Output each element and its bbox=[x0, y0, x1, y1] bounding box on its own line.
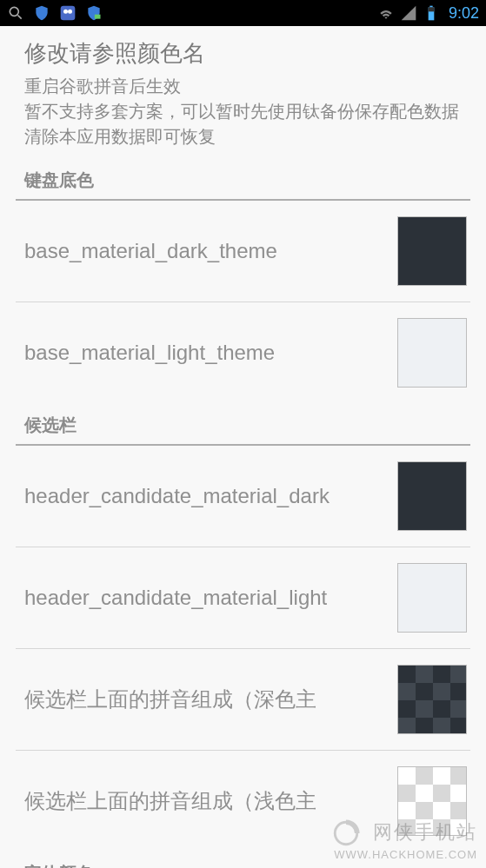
color-swatch[interactable] bbox=[397, 563, 467, 633]
page-subtitle-1: 重启谷歌拼音后生效 bbox=[24, 74, 469, 99]
shield-icon bbox=[33, 4, 50, 22]
app-icon bbox=[59, 4, 77, 22]
page-title: 修改请参照颜色名 bbox=[24, 38, 469, 69]
status-clock: 9:02 bbox=[449, 4, 479, 23]
color-item-pinyin-light[interactable]: 候选栏上面的拼音组成（浅色主 bbox=[0, 751, 486, 851]
signal-icon bbox=[400, 4, 417, 22]
color-swatch[interactable] bbox=[397, 766, 467, 836]
wifi-icon bbox=[377, 4, 395, 22]
color-item-base-dark[interactable]: base_material_dark_theme bbox=[0, 201, 486, 301]
color-swatch[interactable] bbox=[397, 318, 467, 388]
section-candidate-header: 候选栏 bbox=[0, 403, 486, 444]
search-icon bbox=[7, 4, 24, 22]
color-item-pinyin-dark[interactable]: 候选栏上面的拼音组成（深色主 bbox=[0, 649, 486, 750]
page-header: 修改请参照颜色名 重启谷歌拼音后生效 暂不支持多套方案，可以暂时先使用钛备份保存… bbox=[0, 26, 486, 158]
page-subtitle-3: 清除本应用数据即可恢复 bbox=[24, 124, 469, 149]
color-swatch[interactable] bbox=[397, 665, 467, 734]
svg-rect-7 bbox=[429, 6, 432, 8]
section-font-color-header: 字体颜色 bbox=[0, 851, 486, 868]
item-label: 候选栏上面的拼音组成（浅色主 bbox=[24, 787, 387, 815]
color-swatch[interactable] bbox=[397, 216, 467, 286]
svg-line-1 bbox=[18, 16, 22, 19]
svg-point-4 bbox=[68, 10, 72, 14]
page-subtitle-2: 暂不支持多套方案，可以暂时先使用钛备份保存配色数据 bbox=[24, 99, 469, 124]
item-label: base_material_dark_theme bbox=[24, 239, 387, 263]
section-keyboard-bg-header: 键盘底色 bbox=[0, 158, 486, 199]
color-swatch[interactable] bbox=[397, 461, 467, 531]
item-label: header_candidate_material_light bbox=[24, 586, 387, 610]
item-label: 候选栏上面的拼音组成（深色主 bbox=[24, 686, 387, 713]
shield-check-icon bbox=[85, 4, 103, 22]
svg-rect-5 bbox=[95, 15, 101, 19]
item-label: base_material_light_theme bbox=[24, 341, 387, 365]
svg-rect-8 bbox=[429, 7, 435, 11]
svg-point-0 bbox=[10, 7, 18, 16]
status-bar: 9:02 bbox=[0, 0, 486, 26]
color-item-base-light[interactable]: base_material_light_theme bbox=[0, 302, 486, 403]
settings-content: 修改请参照颜色名 重启谷歌拼音后生效 暂不支持多套方案，可以暂时先使用钛备份保存… bbox=[0, 26, 486, 868]
svg-rect-2 bbox=[61, 6, 76, 21]
battery-icon bbox=[423, 4, 440, 22]
svg-point-3 bbox=[63, 10, 68, 14]
color-item-candidate-dark[interactable]: header_candidate_material_dark bbox=[0, 446, 486, 547]
color-item-candidate-light[interactable]: header_candidate_material_light bbox=[0, 547, 486, 648]
item-label: header_candidate_material_dark bbox=[24, 484, 387, 508]
